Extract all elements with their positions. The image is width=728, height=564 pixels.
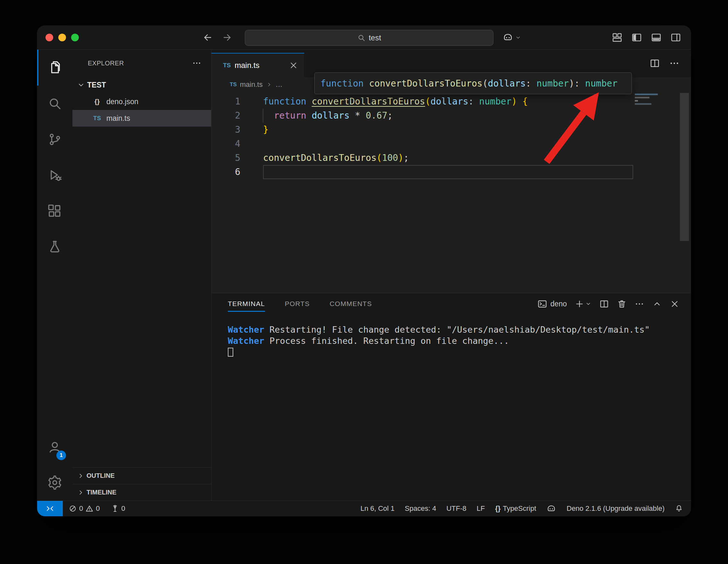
activity-extensions-button[interactable] xyxy=(37,193,72,229)
code-line-content: function convertDollarsToEuros(dollars: … xyxy=(263,95,528,109)
code-line-content: } xyxy=(263,123,269,137)
code-line-4[interactable]: 4 xyxy=(211,137,691,151)
maximize-panel-button[interactable] xyxy=(652,299,662,309)
code-token: function xyxy=(320,78,369,89)
code-token: ) xyxy=(511,96,517,107)
code-token: ; xyxy=(403,153,409,163)
terminal-cursor xyxy=(228,348,233,357)
code-token: convertDollarsToEuros xyxy=(312,96,425,107)
status-indentation[interactable]: Spaces: 4 xyxy=(405,504,436,513)
close-panel-button[interactable] xyxy=(670,299,680,309)
source-control-icon xyxy=(47,132,62,147)
line-number: 2 xyxy=(211,109,249,123)
problems-status[interactable]: 0 0 xyxy=(69,504,100,513)
toggle-panel-button[interactable] xyxy=(651,32,662,43)
panel-tab-ports[interactable]: PORTS xyxy=(285,293,310,314)
code-line-1[interactable]: 1function convertDollarsToEuros(dollars:… xyxy=(211,95,691,109)
code-token: : xyxy=(526,78,537,89)
notifications-bell-icon[interactable] xyxy=(675,504,683,513)
remote-indicator-button[interactable] xyxy=(37,501,63,516)
status-line-col[interactable]: Ln 6, Col 1 xyxy=(360,504,394,513)
activity-search-button[interactable] xyxy=(37,86,72,121)
chevron-right-icon xyxy=(77,489,85,496)
terminal-output[interactable]: Watcher Restarting! File change detected… xyxy=(211,314,691,358)
panel-more-actions-button[interactable] xyxy=(634,299,644,309)
breadcrumb-more[interactable]: … xyxy=(276,80,283,89)
minimize-window-button[interactable] xyxy=(58,34,66,41)
search-icon xyxy=(47,96,62,111)
code-token xyxy=(517,96,522,107)
toggle-primary-sidebar-button[interactable] xyxy=(631,32,642,43)
zoom-window-button[interactable] xyxy=(71,34,79,41)
warning-count: 0 xyxy=(96,504,100,513)
terminal-line xyxy=(228,346,691,358)
code-editor[interactable]: 1function convertDollarsToEuros(dollars:… xyxy=(211,92,691,293)
code-token: } xyxy=(263,124,269,135)
testing-icon xyxy=(47,240,62,254)
sidebar-title: EXPLORER xyxy=(88,60,124,67)
file-label: deno.json xyxy=(106,97,138,106)
file-main.ts[interactable]: TSmain.ts xyxy=(72,110,211,127)
back-button[interactable] xyxy=(203,32,213,43)
accounts-button[interactable]: 1 xyxy=(37,429,72,465)
terminal-instance-button[interactable]: deno xyxy=(537,299,567,309)
title-bar: test xyxy=(37,26,691,50)
code-line-3[interactable]: 3} xyxy=(211,123,691,137)
folder-test[interactable]: TEST xyxy=(72,77,211,93)
explorer-more-actions-button[interactable] xyxy=(192,58,202,68)
tab-main-ts[interactable]: TS main.ts xyxy=(211,53,304,77)
status-deno-version[interactable]: Deno 2.1.6 (Upgrade available) xyxy=(567,504,665,513)
json-file-icon: {} xyxy=(92,98,103,105)
customize-layout-button[interactable] xyxy=(612,32,623,43)
status-eol[interactable]: LF xyxy=(477,504,485,513)
code-token: Watcher xyxy=(228,325,264,335)
minimap-line xyxy=(635,100,638,102)
close-window-button[interactable] xyxy=(45,34,53,41)
editor-scrollbar[interactable] xyxy=(680,93,689,241)
code-token: ) xyxy=(398,153,403,163)
status-language[interactable]: {} TypeScript xyxy=(495,504,536,513)
forward-button[interactable] xyxy=(222,32,232,43)
panel-tab-terminal[interactable]: TERMINAL xyxy=(228,293,265,314)
activity-explorer-button[interactable] xyxy=(37,50,72,86)
toggle-secondary-sidebar-button[interactable] xyxy=(670,32,681,43)
code-line-6[interactable]: 6 xyxy=(211,165,691,179)
status-left: 0 0 0 xyxy=(63,504,125,513)
editor-more-actions-button[interactable] xyxy=(669,58,680,69)
code-token: convertDollarsToEuros xyxy=(263,153,376,163)
split-editor-button[interactable] xyxy=(649,58,660,69)
status-encoding[interactable]: UTF-8 xyxy=(446,504,466,513)
new-terminal-button[interactable] xyxy=(575,299,591,309)
copilot-menu-button[interactable] xyxy=(502,32,521,43)
search-value: test xyxy=(369,33,381,42)
close-tab-icon[interactable] xyxy=(289,61,298,70)
kill-terminal-button[interactable] xyxy=(617,299,627,309)
status-bar: 0 0 0 Ln 6, Col 1 Spaces: 4 UTF-8 LF {} … xyxy=(37,501,691,516)
minimap[interactable] xyxy=(635,94,667,105)
file-deno.json[interactable]: {}deno.json xyxy=(72,93,211,110)
chevron-right-icon xyxy=(266,81,272,88)
outline-section-header[interactable]: OUTLINE xyxy=(72,467,211,484)
command-center-search[interactable]: test xyxy=(245,30,493,46)
breadcrumb-file[interactable]: main.ts xyxy=(240,80,263,89)
code-line-5[interactable]: 5convertDollarsToEuros(100); xyxy=(211,151,691,165)
code-token: dollars xyxy=(431,96,468,107)
code-token: ( xyxy=(483,78,488,89)
radio-tower-icon xyxy=(111,504,119,513)
split-terminal-button[interactable] xyxy=(599,299,609,309)
activity-source-control-button[interactable] xyxy=(37,121,72,157)
terminal-line: Watcher Restarting! File change detected… xyxy=(228,324,691,335)
timeline-section-header[interactable]: TIMELINE xyxy=(72,484,211,501)
ports-status[interactable]: 0 xyxy=(111,504,125,513)
panel-tab-comments[interactable]: COMMENTS xyxy=(330,293,372,314)
settings-button[interactable] xyxy=(37,465,72,501)
terminal-icon xyxy=(537,299,547,309)
hover-tooltip: function convertDollarsToEuros(dollars: … xyxy=(314,72,632,94)
file-label: main.ts xyxy=(106,114,130,123)
activity-testing-button[interactable] xyxy=(37,229,72,265)
gear-icon xyxy=(47,475,62,490)
copilot-status-icon[interactable] xyxy=(546,504,556,514)
code-line-2[interactable]: 2 return dollars * 0.67; xyxy=(211,109,691,123)
activity-run-debug-button[interactable] xyxy=(37,157,72,193)
outline-label: OUTLINE xyxy=(87,472,115,479)
